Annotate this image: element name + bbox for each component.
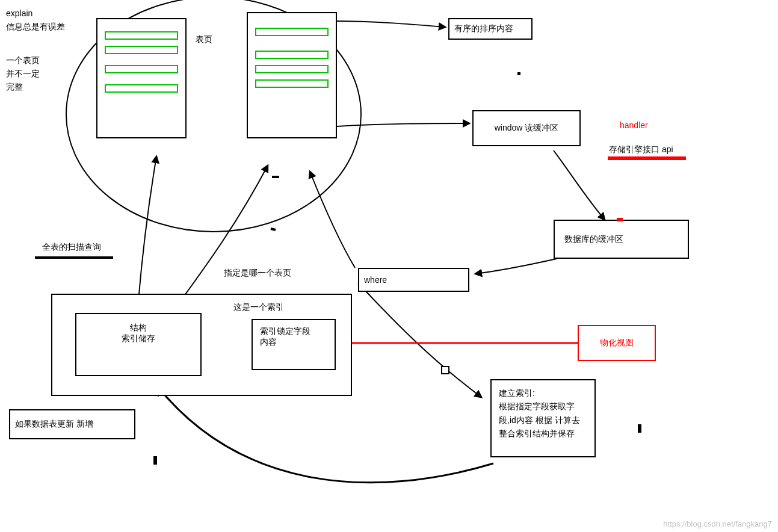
update-note-box: 如果数据表更新 新增 xyxy=(9,409,135,439)
storage-api-underline xyxy=(608,156,686,160)
index-lock-line2: 内容 xyxy=(260,337,327,348)
explain-title: explain xyxy=(6,7,32,20)
stray-mark-icon xyxy=(153,456,157,465)
explain-note-1: 信息总是有误差 xyxy=(6,20,65,33)
index-lock-line1: 索引锁定字段 xyxy=(260,326,327,337)
db-buffer-label: 数据库的缓冲区 xyxy=(564,234,623,245)
svg-rect-1 xyxy=(442,367,449,374)
db-buffer-mark xyxy=(617,218,623,221)
where-label: where xyxy=(364,275,387,285)
window-buffer-box: window 读缓冲区 xyxy=(472,110,581,146)
stray-mark-icon xyxy=(638,424,641,433)
window-buffer-label: window 读缓冲区 xyxy=(495,123,559,134)
full-scan-underline xyxy=(35,256,113,259)
materialized-view-box: 物化视图 xyxy=(578,325,656,361)
tp2-row xyxy=(255,79,329,88)
table-page-2 xyxy=(247,12,337,138)
build-idx-line4: 整合索引结构并保存 xyxy=(499,427,587,440)
explain-note-3: 并不一定 xyxy=(6,67,40,80)
struct-line1: 结构 xyxy=(81,323,196,333)
build-index-box: 建立索引: 根据指定字段获取字 段,id内容 根据 计算去 整合索引结构并保存 xyxy=(490,379,596,457)
tp1-row xyxy=(105,31,178,40)
full-scan-label: 全表的扫描查询 xyxy=(42,241,101,253)
dot-icon xyxy=(517,72,520,75)
build-idx-line1: 建立索引: xyxy=(499,386,587,400)
explain-note-4: 完整 xyxy=(6,81,23,93)
tp1-row xyxy=(105,65,178,73)
storage-api-label: 存储引擎接口 api xyxy=(609,143,673,156)
explain-note-2: 一个表页 xyxy=(6,54,40,67)
struct-line2: 索引储存 xyxy=(81,333,196,344)
index-lock-box: 索引锁定字段 内容 xyxy=(252,319,336,370)
where-box: where xyxy=(358,268,469,292)
build-idx-line3: 段,id内容 根据 计算去 xyxy=(499,413,587,427)
handler-label: handler xyxy=(620,119,648,132)
update-note-label: 如果数据表更新 新增 xyxy=(15,419,93,430)
specify-page-label: 指定是哪一个表页 xyxy=(224,267,291,279)
this-is-index-label: 这是一个索引 xyxy=(233,301,284,314)
index-storage-box: 结构 索引储存 xyxy=(75,313,202,376)
table-page-label: 表页 xyxy=(196,33,212,46)
sorted-content-label: 有序的排序内容 xyxy=(454,23,513,34)
watermark: https://blog.csdn.net/fangkang7 xyxy=(663,519,772,528)
build-idx-line2: 根据指定字段获取字 xyxy=(499,400,587,413)
sorted-content-box: 有序的排序内容 xyxy=(448,18,533,40)
tp1-row xyxy=(105,84,178,93)
materialized-view-label: 物化视图 xyxy=(600,338,634,348)
tp1-row xyxy=(105,46,178,54)
tp2-row xyxy=(255,28,329,36)
table-page-1 xyxy=(96,18,187,138)
db-buffer-box: 数据库的缓冲区 xyxy=(554,220,689,259)
tp2-row xyxy=(255,51,329,59)
tp2-row xyxy=(255,65,329,73)
